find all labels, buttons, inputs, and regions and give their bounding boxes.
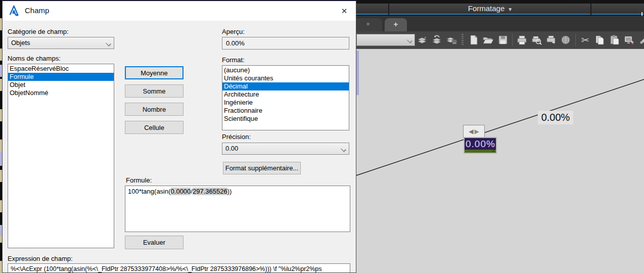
ribbon-panel-divider (388, 4, 389, 15)
toolbar-separator (512, 34, 513, 46)
new-drawing-tab-button[interactable]: + (385, 18, 407, 31)
open-file-icon[interactable] (481, 33, 495, 47)
chevron-down-icon (341, 147, 345, 151)
precision-label: Précision: (222, 133, 251, 141)
save-icon[interactable] (495, 33, 510, 47)
category-value: Objets (11, 39, 30, 47)
chevron-down-icon: ▼ (508, 7, 513, 12)
slope-field-text[interactable]: 0.00% (538, 111, 573, 124)
chevron-down-icon (407, 38, 411, 42)
screen: Formatage▼ × + (0, 0, 644, 273)
category-combobox[interactable]: Objets (8, 37, 114, 49)
toolbar-grip-handle[interactable] (461, 34, 465, 46)
layer-current-icon[interactable] (415, 33, 430, 47)
cut-icon[interactable]: ✂ (578, 33, 592, 47)
editor-ruler: // (465, 150, 496, 153)
formula-textarea[interactable]: 100*tang(asin(0.0000/297.365526)) (125, 186, 350, 232)
average-button[interactable]: Moyenne (125, 66, 183, 79)
ribbon-panel-formatage[interactable]: Formatage▼ (435, 4, 546, 13)
list-item[interactable]: Unités courantes (222, 74, 349, 82)
list-item[interactable]: Fractionnaire (222, 107, 349, 115)
close-icon: × (366, 20, 370, 28)
evaluate-button[interactable]: Evaluer (125, 236, 183, 249)
new-file-icon[interactable] (466, 33, 481, 47)
format-listbox[interactable]: (aucune) Unités courantes Décimal Archit… (222, 65, 349, 130)
list-item[interactable]: ObjetNommé (8, 89, 114, 97)
toolbar-separator (575, 34, 576, 46)
print-preview-icon[interactable] (529, 33, 544, 47)
precision-value: 0.00 (225, 145, 238, 152)
cell-button[interactable]: Cellule (125, 121, 183, 134)
chevron-down-icon (106, 41, 110, 46)
list-item[interactable]: EspaceRéservéBloc (8, 65, 114, 73)
list-item[interactable]: Architecture (222, 90, 349, 99)
formula-label: Formule: (126, 176, 152, 184)
editor-ruler-marks: // (492, 149, 495, 153)
ribbon-panel-label: Formatage (468, 4, 505, 13)
arrow-left-icon[interactable]: ◀ (469, 128, 473, 135)
count-button[interactable]: Nombre (125, 103, 183, 116)
drawing-line[interactable] (356, 49, 644, 273)
field-expression-box[interactable]: %<\AcExpr (100*tang(asin(%<\_FldPtr 2875… (8, 263, 350, 273)
precision-combobox[interactable]: 0.00 (222, 143, 349, 155)
field-expression-label: Expression de champ: (8, 255, 73, 262)
layer-previous-icon[interactable] (430, 33, 444, 47)
field-names-listbox[interactable]: EspaceRéservéBloc Formule Objet ObjetNom… (8, 64, 114, 248)
layer-combo[interactable] (356, 34, 415, 46)
plot-icon[interactable] (544, 33, 559, 47)
sum-button[interactable]: Somme (125, 84, 183, 98)
field-dialog: Champ ✕ Catégorie de champ: Objets Noms … (2, 0, 356, 273)
formula-field-operand[interactable]: 0.0000 (171, 188, 191, 195)
print-icon[interactable] (515, 33, 529, 47)
list-item[interactable]: (aucune) (222, 66, 349, 74)
ribbon-panel-divider (590, 4, 591, 15)
match-properties-icon[interactable] (636, 33, 644, 47)
drawing-tab-close[interactable]: × (354, 18, 382, 31)
list-item[interactable]: Ingénierie (222, 99, 349, 107)
list-item[interactable]: Objet (8, 81, 114, 89)
field-names-label: Noms de champs: (8, 55, 61, 62)
arrow-right-icon[interactable]: ▶ (475, 128, 479, 135)
copy-icon[interactable] (592, 33, 607, 47)
editor-selected-value: 0.00% (466, 139, 495, 150)
category-label: Catégorie de champ: (8, 28, 69, 35)
plus-icon: + (394, 20, 398, 28)
field-arrow-widget[interactable]: ◀ ▶ (463, 125, 485, 138)
publish-web-icon[interactable] (559, 33, 573, 47)
autocad-logo-icon (8, 5, 20, 17)
ribbon-edge-mark (641, 12, 642, 16)
dialog-titlebar[interactable]: Champ ✕ (3, 1, 356, 21)
formula-field-operand[interactable]: 297.365526 (193, 188, 227, 195)
additional-format-button[interactable]: Format supplémentaire... (223, 162, 301, 174)
layer-properties-icon[interactable] (444, 33, 459, 47)
formula-text: )) (227, 188, 232, 195)
list-item[interactable]: Scientifique (222, 115, 349, 123)
preview-label: Aperçu: (222, 28, 245, 35)
preview-field: 0.00% (222, 37, 349, 50)
formula-text: 100*tang(asin( (128, 188, 171, 195)
dialog-title: Champ (25, 6, 49, 15)
paste-icon[interactable] (607, 33, 622, 47)
format-label: Format: (222, 56, 245, 64)
inplace-text-editor[interactable]: 0.00% // (464, 137, 497, 154)
paste-special-icon[interactable] (622, 33, 636, 47)
list-item-selected[interactable]: Formule (8, 73, 114, 81)
close-icon[interactable]: ✕ (337, 4, 352, 18)
list-item-selected[interactable]: Décimal (222, 82, 349, 90)
